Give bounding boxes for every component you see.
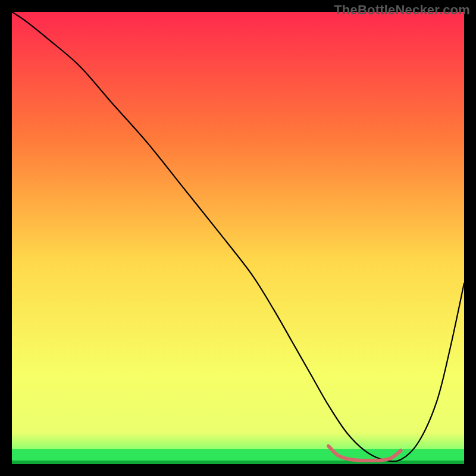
- chart-svg: [12, 12, 464, 464]
- plot-area: [12, 12, 464, 464]
- watermark-text: TheBottleNecker.com: [334, 2, 470, 18]
- gradient-background: [12, 12, 464, 464]
- chart-frame: TheBottleNecker.com: [0, 0, 476, 476]
